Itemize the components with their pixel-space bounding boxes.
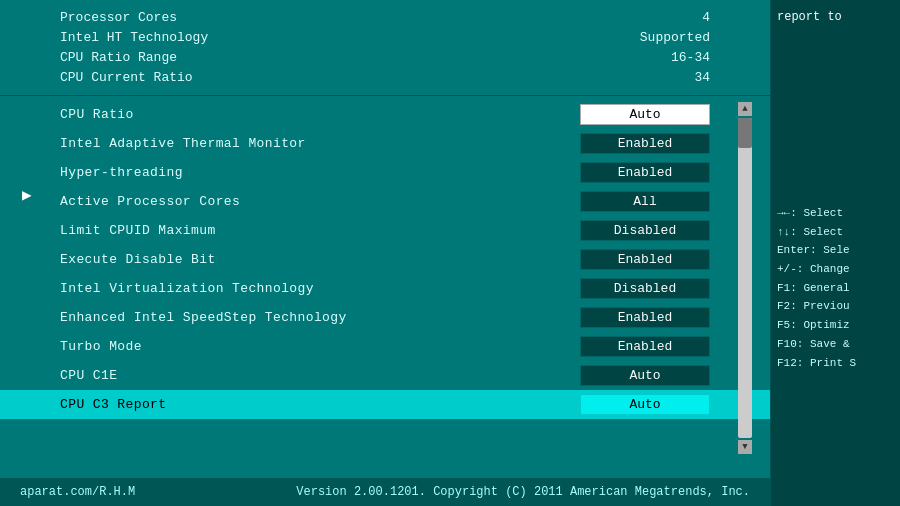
thermal-monitor-label: Intel Adaptive Thermal Monitor: [60, 136, 306, 151]
scrollbar[interactable]: ▲ ▼: [738, 118, 752, 438]
turbo-mode-label: Turbo Mode: [60, 339, 142, 354]
setting-cpu-c1e[interactable]: CPU C1E Auto: [0, 361, 770, 390]
scrollbar-down-arrow[interactable]: ▼: [738, 440, 752, 454]
cpu-ratio-range-label: CPU Ratio Range: [60, 48, 177, 68]
execute-disable-bit-label: Execute Disable Bit: [60, 252, 216, 267]
key-hint-f1: F1: General: [777, 279, 894, 298]
info-row-cpu-current-ratio: CPU Current Ratio 34: [60, 68, 710, 88]
cpu-current-ratio-value: 34: [694, 68, 710, 88]
cpu-current-ratio-label: CPU Current Ratio: [60, 68, 193, 88]
footer-center: Version 2.00.1201. Copyright (C) 2011 Am…: [296, 485, 750, 499]
ht-technology-value: Supported: [640, 28, 710, 48]
scrollbar-up-arrow[interactable]: ▲: [738, 102, 752, 116]
scrollbar-thumb[interactable]: [738, 118, 752, 148]
key-hint-f12: F12: Print S: [777, 354, 894, 373]
cpu-c1e-value[interactable]: Auto: [580, 365, 710, 386]
setting-limit-cpuid[interactable]: Limit CPUID Maximum Disabled: [0, 216, 770, 245]
execute-disable-bit-value[interactable]: Enabled: [580, 249, 710, 270]
cpu-ratio-value[interactable]: Auto: [580, 104, 710, 125]
info-row-ht-technology: Intel HT Technology Supported: [60, 28, 710, 48]
cpu-ratio-label: CPU Ratio: [60, 107, 134, 122]
limit-cpuid-label: Limit CPUID Maximum: [60, 223, 216, 238]
key-hint-f5: F5: Optimiz: [777, 316, 894, 335]
key-hint-select-ud: ↑↓: Select: [777, 223, 894, 242]
key-hint-enter: Enter: Sele: [777, 241, 894, 260]
setting-hyperthreading[interactable]: Hyper-threading Enabled: [0, 158, 770, 187]
cpu-c3-report-value[interactable]: Auto: [580, 394, 710, 415]
cpu-ratio-range-value: 16-34: [671, 48, 710, 68]
turbo-mode-value[interactable]: Enabled: [580, 336, 710, 357]
limit-cpuid-value[interactable]: Disabled: [580, 220, 710, 241]
key-hint-select-lr: →←: Select: [777, 204, 894, 223]
thermal-monitor-value[interactable]: Enabled: [580, 133, 710, 154]
speedstep-label: Enhanced Intel SpeedStep Technology: [60, 310, 347, 325]
setting-execute-disable-bit[interactable]: Execute Disable Bit Enabled: [0, 245, 770, 274]
ht-technology-label: Intel HT Technology: [60, 28, 208, 48]
bios-main: Processor Cores 4 Intel HT Technology Su…: [0, 0, 770, 506]
right-panel-keys: →←: Select ↑↓: Select Enter: Sele +/-: C…: [777, 204, 894, 372]
hyperthreading-value[interactable]: Enabled: [580, 162, 710, 183]
key-hint-f2: F2: Previou: [777, 297, 894, 316]
key-hint-plusminus: +/-: Change: [777, 260, 894, 279]
active-processor-cores-label: Active Processor Cores: [60, 194, 240, 209]
settings-list: CPU Ratio Auto Intel Adaptive Thermal Mo…: [0, 96, 770, 423]
info-row-processor-cores: Processor Cores 4: [60, 8, 710, 28]
setting-cpu-ratio[interactable]: CPU Ratio Auto: [0, 100, 770, 129]
right-panel-title: report to: [777, 10, 894, 24]
speedstep-value[interactable]: Enabled: [580, 307, 710, 328]
cpu-c3-report-label: CPU C3 Report: [60, 397, 167, 412]
active-processor-cores-value[interactable]: All: [580, 191, 710, 212]
processor-cores-value: 4: [702, 8, 710, 28]
footer-left: aparat.com/R.H.M: [20, 485, 135, 499]
hyperthreading-label: Hyper-threading: [60, 165, 183, 180]
cpu-c1e-label: CPU C1E: [60, 368, 117, 383]
setting-virtualization-tech[interactable]: Intel Virtualization Technology Disabled: [0, 274, 770, 303]
virtualization-tech-label: Intel Virtualization Technology: [60, 281, 314, 296]
setting-thermal-monitor[interactable]: Intel Adaptive Thermal Monitor Enabled: [0, 129, 770, 158]
top-info-section: Processor Cores 4 Intel HT Technology Su…: [0, 0, 770, 96]
setting-turbo-mode[interactable]: Turbo Mode Enabled: [0, 332, 770, 361]
info-row-cpu-ratio-range: CPU Ratio Range 16-34: [60, 48, 710, 68]
footer-bar: aparat.com/R.H.M Version 2.00.1201. Copy…: [0, 478, 770, 506]
setting-speedstep[interactable]: Enhanced Intel SpeedStep Technology Enab…: [0, 303, 770, 332]
setting-active-processor-cores[interactable]: Active Processor Cores All: [0, 187, 770, 216]
processor-cores-label: Processor Cores: [60, 8, 177, 28]
virtualization-tech-value[interactable]: Disabled: [580, 278, 710, 299]
right-panel: report to →←: Select ↑↓: Select Enter: S…: [770, 0, 900, 506]
key-hint-f10: F10: Save &: [777, 335, 894, 354]
setting-cpu-c3-report[interactable]: CPU C3 Report Auto: [0, 390, 770, 419]
